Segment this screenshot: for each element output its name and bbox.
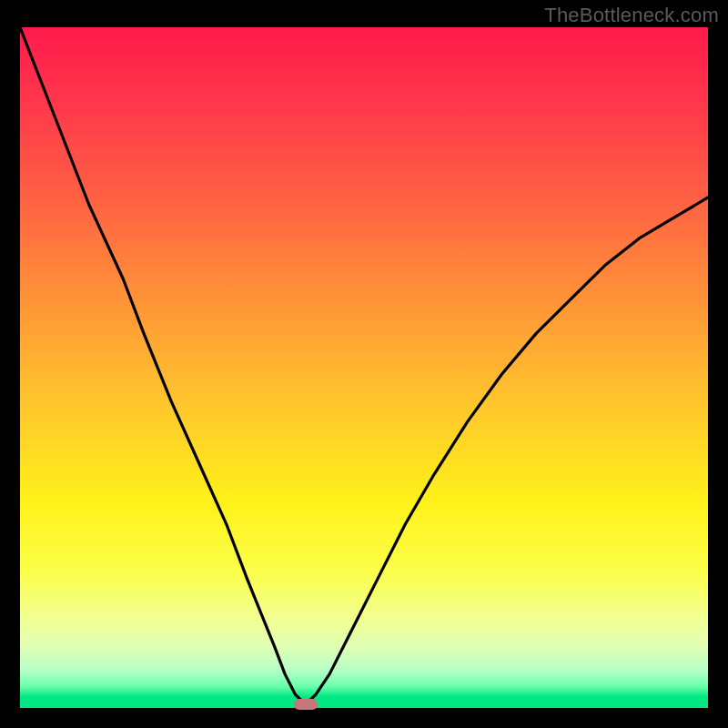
minimum-marker [294, 699, 318, 710]
plot-area [20, 27, 708, 708]
chart-figure: TheBottleneck.com [0, 0, 728, 728]
watermark-text: TheBottleneck.com [544, 4, 719, 27]
bottleneck-curve [20, 27, 708, 708]
